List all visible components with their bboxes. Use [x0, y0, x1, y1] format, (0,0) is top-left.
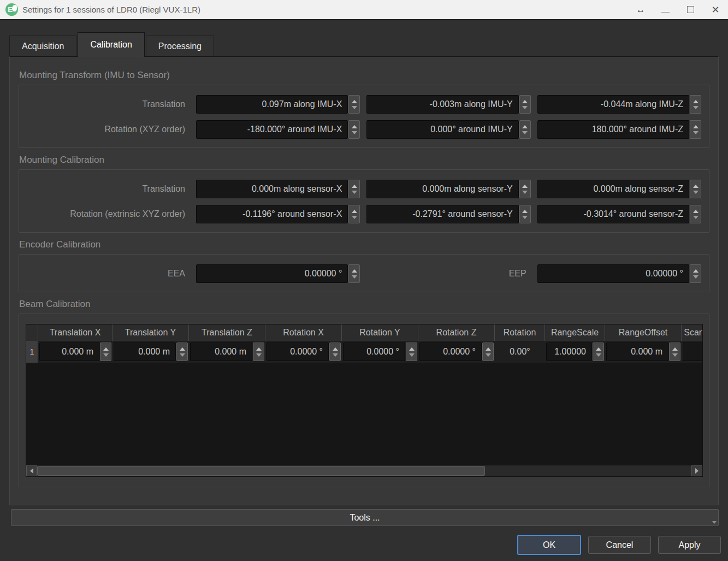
column-header-rangescale[interactable]: RangeScale [545, 324, 605, 341]
column-header-rotation-z[interactable]: Rotation Z [418, 324, 495, 341]
column-header-rotation-x[interactable]: Rotation X [265, 324, 342, 341]
horizontal-scrollbar[interactable] [26, 465, 702, 476]
imu-translation-x-value[interactable]: 0.097m along IMU-X [196, 95, 348, 114]
beam-calibration-table: Translation X Translation Y Translation … [26, 324, 703, 477]
spinner-buttons[interactable] [348, 205, 360, 223]
eep-value[interactable]: 0.00000 ° [537, 264, 689, 283]
spinner-buttons[interactable] [348, 120, 360, 139]
minimize-button[interactable] [653, 1, 678, 19]
imu-rotation-x-value[interactable]: -180.000° around IMU-X [196, 120, 348, 139]
cell-value[interactable]: 0.0000 ° [267, 342, 329, 361]
column-header-rotation[interactable]: Rotation [495, 324, 545, 341]
column-header-scan[interactable]: Scan [682, 324, 703, 341]
cell-translation-x-field[interactable]: 0.000 m [39, 342, 111, 361]
spinner-buttons[interactable] [690, 95, 701, 114]
cell-translation-z-field[interactable]: 0.000 m [190, 342, 264, 361]
sensor-translation-x-value[interactable]: 0.000m along sensor-X [196, 180, 348, 198]
spinner-buttons[interactable] [690, 120, 701, 139]
tools-button[interactable]: Tools ... [11, 509, 719, 526]
spinner-buttons[interactable] [348, 264, 360, 283]
tab-processing[interactable]: Processing [146, 36, 214, 57]
column-header-rotation-y[interactable]: Rotation Y [342, 324, 418, 341]
scroll-right-button[interactable] [691, 465, 702, 476]
sensor-rotation-y-value[interactable]: -0.2791° around sensor-Y [366, 205, 518, 223]
tab-acquisition[interactable]: Acquisition [9, 36, 76, 57]
eea-value[interactable]: 0.00000 ° [196, 264, 348, 283]
imu-translation-x-field[interactable]: 0.097m along IMU-X [196, 95, 360, 114]
sensor-translation-z-value[interactable]: 0.000m along sensor-Z [537, 180, 689, 198]
cell-value[interactable]: 1.00000 [546, 342, 592, 361]
eep-field[interactable]: 0.00000 ° [537, 264, 701, 283]
maximize-button[interactable] [678, 1, 703, 19]
spin-up-icon [352, 210, 357, 213]
spinner-buttons[interactable] [690, 205, 701, 223]
translation-label: Translation [27, 99, 190, 109]
cell-value[interactable]: 0.0000 ° [343, 342, 405, 361]
cell-value[interactable]: 0.000 m [190, 342, 252, 361]
imu-translation-z-field[interactable]: -0.044m along IMU-Z [537, 95, 701, 114]
imu-rotation-y-field[interactable]: 0.000° around IMU-Y [366, 120, 530, 139]
column-header-rangeoffset[interactable]: RangeOffset [605, 324, 682, 341]
imu-translation-z-value[interactable]: -0.044m along IMU-Z [537, 95, 689, 114]
spinner-buttons[interactable] [519, 120, 531, 139]
spinner-buttons[interactable] [348, 95, 360, 114]
imu-translation-y-value[interactable]: -0.003m along IMU-Y [366, 95, 518, 114]
sensor-translation-y-value[interactable]: 0.000m along sensor-Y [366, 180, 518, 198]
sensor-rotation-z-field[interactable]: -0.3014° around sensor-Z [537, 205, 701, 223]
spinner-buttons[interactable] [669, 342, 680, 361]
spinner-buttons[interactable] [100, 342, 111, 361]
cell-value[interactable]: 0.0000 ° [419, 342, 482, 361]
tab-calibration[interactable]: Calibration [78, 32, 144, 57]
scrollbar-track[interactable] [37, 465, 691, 476]
spinner-buttons[interactable] [329, 342, 341, 361]
spinner-buttons[interactable] [253, 342, 264, 361]
imu-rotation-x-field[interactable]: -180.000° around IMU-X [196, 120, 360, 139]
spinner-buttons[interactable] [519, 205, 531, 223]
cell-value[interactable] [683, 342, 703, 361]
imu-rotation-y-value[interactable]: 0.000° around IMU-Y [366, 120, 518, 139]
cell-translation-y-field[interactable]: 0.000 m [114, 342, 188, 361]
spinner-buttons[interactable] [348, 180, 360, 198]
scroll-left-button[interactable] [26, 465, 37, 476]
cell-value[interactable]: 0.000 m [39, 342, 99, 361]
column-header-translation-x[interactable]: Translation X [38, 324, 113, 341]
column-header-translation-y[interactable]: Translation Y [113, 324, 189, 341]
cell-rangescale: 1.00000 [545, 341, 605, 363]
imu-translation-y-field[interactable]: -0.003m along IMU-Y [366, 95, 530, 114]
imu-rotation-z-value[interactable]: 180.000° around IMU-Z [537, 120, 689, 139]
spinner-buttons[interactable] [519, 95, 531, 114]
spinner-buttons[interactable] [519, 180, 531, 198]
cancel-button[interactable]: Cancel [588, 536, 651, 554]
sensor-translation-z-field[interactable]: 0.000m along sensor-Z [537, 180, 701, 198]
eea-field[interactable]: 0.00000 ° [196, 264, 360, 283]
imu-rotation-z-field[interactable]: 180.000° around IMU-Z [537, 120, 701, 139]
spin-down-icon [352, 131, 357, 134]
cell-value[interactable]: 0.000 m [114, 342, 176, 361]
close-button[interactable]: ✕ [703, 1, 728, 19]
apply-button[interactable]: Apply [658, 536, 721, 554]
sensor-translation-y-field[interactable]: 0.000m along sensor-Y [366, 180, 530, 198]
spinner-buttons[interactable] [176, 342, 188, 361]
cell-rangescale-field[interactable]: 1.00000 [546, 342, 604, 361]
sensor-rotation-x-field[interactable]: -0.1196° around sensor-X [196, 205, 360, 223]
scrollbar-thumb[interactable] [37, 466, 485, 476]
cell-scan-field[interactable] [683, 342, 703, 361]
spinner-buttons[interactable] [593, 342, 604, 361]
row-header-1[interactable]: 1 [26, 341, 38, 363]
cell-rotation-z-field[interactable]: 0.0000 ° [419, 342, 494, 361]
cell-rotation-y-field[interactable]: 0.0000 ° [343, 342, 417, 361]
sensor-rotation-z-value[interactable]: -0.3014° around sensor-Z [537, 205, 689, 223]
cell-rotation[interactable]: 0.00° [495, 341, 545, 363]
cell-value[interactable]: 0.000 m [606, 342, 668, 361]
ok-button[interactable]: OK [517, 535, 581, 555]
sensor-translation-x-field[interactable]: 0.000m along sensor-X [196, 180, 360, 198]
sensor-rotation-y-field[interactable]: -0.2791° around sensor-Y [366, 205, 530, 223]
spinner-buttons[interactable] [690, 264, 701, 283]
sensor-rotation-x-value[interactable]: -0.1196° around sensor-X [196, 205, 348, 223]
cell-rotation-x-field[interactable]: 0.0000 ° [267, 342, 341, 361]
spinner-buttons[interactable] [482, 342, 494, 361]
cell-rangeoffset-field[interactable]: 0.000 m [606, 342, 680, 361]
column-header-translation-z[interactable]: Translation Z [189, 324, 265, 341]
spinner-buttons[interactable] [406, 342, 417, 361]
spinner-buttons[interactable] [690, 180, 701, 198]
